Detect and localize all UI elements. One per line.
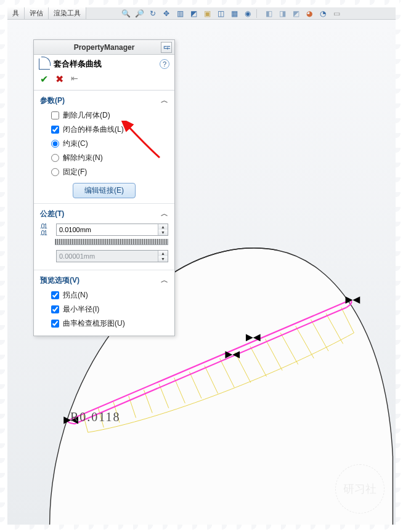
section-parameters: 参数(P) ︿ 删除几何体(D) 闭合的样条曲线(L) 约束(C) [34,91,174,204]
label-closed-spline: 闭合的样条曲线(L) [63,124,124,135]
svg-line-11 [250,346,267,376]
checkbox-curvature-comb[interactable] [51,320,59,328]
svg-line-7 [189,372,202,398]
svg-line-17 [341,307,354,332]
svg-marker-25 [253,334,261,342]
help-icon[interactable]: ? [160,59,169,69]
tolerance-step-spinner: ▲▼ [56,250,168,262]
svg-marker-21 [352,296,360,304]
svg-marker-22 [225,351,232,358]
option-constrained[interactable]: 约束(C) [34,137,174,151]
radio-constrained[interactable] [51,140,59,148]
chevron-up-icon: ︿ [161,95,168,106]
wireframe-icon[interactable]: ◫ [216,9,226,18]
svg-line-5 [159,384,169,408]
radio-unconstrained[interactable] [51,154,59,162]
cube-top-icon[interactable]: ◩ [291,9,301,18]
radio-fixed[interactable] [51,168,59,176]
option-curvature-comb[interactable]: 曲率检查梳形图(U) [34,316,174,331]
tab-tools[interactable]: 具 [7,7,25,19]
svg-line-8 [205,366,218,393]
normal-to-icon[interactable]: ◩ [189,9,198,18]
chevron-up-icon: ︿ [161,275,168,286]
appearances-icon[interactable]: ◕ [304,9,314,18]
dome-crest [162,248,277,281]
svg-marker-24 [246,334,253,342]
pm-title: PropertyManager [74,43,135,52]
spin-up-icon[interactable]: ▲ [158,224,168,230]
option-delete-geometry[interactable]: 删除几何体(D) [34,108,174,123]
option-fixed[interactable]: 固定(F) [34,165,174,179]
section-parameters-header[interactable]: 参数(P) ︿ [34,94,174,108]
property-manager-panel: PropertyManager ⮓ 套合样条曲线 ? ✔ ✖ ⇤ 参数(P) ︿ [33,39,175,336]
option-closed-spline[interactable]: 闭合的样条曲线(L) [34,123,174,137]
pm-pin-button[interactable]: ⮓ [161,42,172,53]
perspective-icon[interactable]: ◉ [243,9,253,18]
tolerance-input[interactable] [57,224,158,235]
option-inflection[interactable]: 拐点(N) [34,288,174,302]
checkbox-delete-geometry[interactable] [51,111,59,119]
label-min-radius: 最小半径(I) [63,304,99,315]
svg-line-9 [220,358,235,387]
comb-envelope [88,333,354,433]
label-inflection: 拐点(N) [63,290,88,300]
section-preview: 预览选项(V) ︿ 拐点(N) 最小半径(I) 曲率检查梳形图(U) [34,270,174,336]
pushpin-icon[interactable]: ⇤ [71,73,78,85]
cube-front-icon[interactable]: ◨ [277,9,287,18]
tab-evaluate[interactable]: 评估 [25,7,49,19]
section-icon[interactable]: ▥ [175,9,185,18]
section-tolerance-header[interactable]: 公差(T) ︿ [34,208,174,222]
spin-up-icon: ▲ [158,251,168,256]
tolerance-icon: .01.01 [40,223,52,236]
cancel-button[interactable]: ✖ [55,73,63,85]
pm-titlebar: PropertyManager ⮓ [34,40,174,55]
svg-line-4 [144,390,152,413]
shaded-icon[interactable]: ▣ [202,9,212,18]
view-toolbar: 🔍 🔎 ↻ ✥ ▥ ◩ ▣ ◫ ▦ ◉ ◧ ◨ ◩ ◕ ◔ ▭ [118,7,344,20]
cube-iso-icon[interactable]: ◧ [264,9,274,18]
checkbox-closed-spline[interactable] [51,126,59,134]
ok-button[interactable]: ✔ [40,73,48,85]
svg-line-12 [265,339,282,370]
rotate-icon[interactable]: ↻ [148,9,158,18]
svg-marker-23 [232,351,240,358]
watermark: 研习社 [335,464,385,514]
tolerance-spinner[interactable]: ▲▼ [56,224,168,236]
svg-line-6 [174,377,185,403]
section-preview-header[interactable]: 预览选项(V) ︿ [34,274,174,288]
label-curvature-comb: 曲率检查梳形图(U) [63,318,125,329]
label-constrained: 约束(C) [63,139,88,149]
pm-action-row: ✔ ✖ ⇤ [34,71,174,91]
svg-line-13 [280,333,298,365]
radius-dimension: R0.0118 [70,410,121,424]
label-fixed: 固定(F) [63,167,87,177]
label-delete-geometry: 删除几何体(D) [63,110,110,121]
graphics-area[interactable]: R0.0118 研习社 PropertyManager ⮓ 套合样条曲线 ? ✔… [7,20,396,525]
option-min-radius[interactable]: 最小半径(I) [34,302,174,316]
pan-icon[interactable]: ✥ [161,9,171,18]
scene-icon[interactable]: ◔ [318,9,328,18]
checkbox-min-radius[interactable] [51,305,59,313]
tolerance-step-input [57,251,158,262]
edit-chain-button[interactable]: 编辑链接(E) [73,183,136,198]
zoom-fit-icon[interactable]: 🔍 [121,9,131,18]
svg-line-16 [326,313,343,344]
fit-spline-icon [39,58,50,70]
svg-line-10 [235,352,251,382]
checkbox-inflection[interactable] [51,291,59,299]
svg-marker-20 [346,296,353,304]
option-unconstrained[interactable]: 解除约束(N) [34,151,174,165]
label-unconstrained: 解除约束(N) [63,153,103,163]
tab-render-tools[interactable]: 渲染工具 [49,7,86,19]
tolerance-slider[interactable] [55,239,168,245]
display-state-icon[interactable]: ▭ [332,9,341,18]
svg-line-15 [311,320,328,351]
spin-down-icon[interactable]: ▼ [158,230,168,235]
section-preview-label: 预览选项(V) [40,275,79,286]
section-tolerance: 公差(T) ︿ .01.01 ▲▼ ▲▼ [34,204,174,270]
svg-line-3 [129,396,136,417]
pm-feature-header: 套合样条曲线 ? [34,55,174,71]
hidden-lines-icon[interactable]: ▦ [229,9,239,18]
section-parameters-label: 参数(P) [40,95,65,106]
zoom-area-icon[interactable]: 🔎 [134,9,144,18]
